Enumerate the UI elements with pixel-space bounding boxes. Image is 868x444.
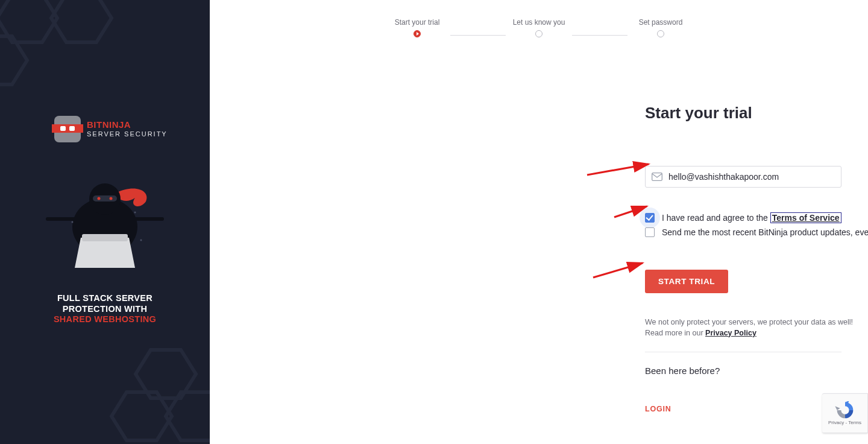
brand-name: BITNINJA — [87, 120, 168, 130]
mail-icon — [652, 173, 662, 181]
ninja-illustration — [39, 180, 171, 279]
svg-point-13 — [134, 212, 136, 214]
tos-checkbox-row[interactable]: I have read and agree to the Terms of Se… — [645, 213, 868, 223]
tagline-line1: FULL STACK SERVER — [57, 293, 153, 303]
step-start-trial[interactable]: Start your trial — [384, 18, 450, 37]
svg-point-10 — [98, 197, 101, 200]
svg-line-16 — [587, 164, 649, 175]
svg-point-15 — [140, 239, 142, 241]
fineprint-line1: We not only protect your servers, we pro… — [645, 317, 868, 328]
brand-subtitle: SERVER SECURITY — [87, 131, 168, 138]
step-label: Set password — [639, 18, 683, 27]
svg-point-11 — [110, 197, 113, 200]
recaptcha-icon — [835, 401, 855, 419]
been-here-text: Been here before? — [645, 366, 868, 376]
step-connector — [450, 35, 506, 36]
recaptcha-caption[interactable]: Privacy - Terms — [828, 420, 861, 426]
step-connector — [572, 35, 627, 36]
tagline-line2: PROTECTION WITH — [63, 304, 148, 314]
step-set-password[interactable]: Set password — [627, 18, 694, 37]
main-content: Start your trial Let us know you Set pas… — [210, 0, 868, 444]
privacy-policy-link[interactable]: Privacy Policy — [705, 329, 756, 337]
svg-line-18 — [593, 263, 643, 278]
form-heading: Start your trial — [645, 104, 868, 122]
fineprint-line2-prefix: Read more in our — [645, 329, 705, 337]
svg-marker-3 — [136, 350, 196, 398]
recaptcha-badge[interactable]: Privacy - Terms — [822, 393, 868, 433]
svg-marker-0 — [0, 0, 57, 42]
ninja-mark-icon — [54, 116, 81, 142]
svg-point-14 — [72, 221, 74, 223]
tagline: FULL STACK SERVER PROTECTION WITH SHARED… — [27, 293, 183, 325]
tos-label: I have read and agree to the Terms of Se… — [662, 213, 841, 223]
tos-checkbox[interactable] — [645, 213, 655, 223]
svg-marker-5 — [166, 392, 210, 440]
svg-rect-19 — [652, 173, 662, 181]
step-dot-icon — [535, 30, 542, 37]
fineprint: We not only protect your servers, we pro… — [645, 317, 868, 338]
svg-marker-1 — [51, 0, 112, 42]
divider — [645, 352, 841, 352]
step-label: Let us know you — [513, 18, 565, 27]
svg-marker-4 — [112, 392, 172, 440]
email-input[interactable] — [668, 172, 835, 182]
svg-rect-12 — [82, 234, 128, 241]
sidebar: BITNINJA SERVER SECURITY — [0, 0, 210, 444]
tos-link[interactable]: Terms of Service — [770, 212, 841, 223]
svg-rect-9 — [93, 195, 117, 201]
step-let-us-know-you[interactable]: Let us know you — [506, 18, 572, 37]
tagline-line3: SHARED WEBHOSTING — [54, 314, 156, 324]
svg-marker-20 — [835, 406, 840, 410]
email-field-wrap[interactable] — [645, 166, 841, 188]
annotation-arrow — [590, 257, 649, 281]
newsletter-label: Send me the most recent BitNinja product… — [662, 227, 868, 237]
step-dot-icon — [657, 30, 664, 37]
tos-prefix-text: I have read and agree to the — [662, 213, 770, 223]
step-label: Start your trial — [395, 18, 440, 27]
brand-logo: BITNINJA SERVER SECURITY — [54, 116, 168, 142]
signup-form: Start your trial I have read and agree t… — [645, 104, 868, 414]
login-link[interactable]: LOGIN — [645, 405, 671, 413]
svg-marker-2 — [0, 36, 27, 84]
newsletter-checkbox[interactable] — [645, 227, 655, 237]
step-dot-icon — [414, 30, 421, 37]
newsletter-checkbox-row[interactable]: Send me the most recent BitNinja product… — [645, 227, 868, 237]
progress-stepper: Start your trial Let us know you Set pas… — [384, 18, 694, 37]
start-trial-button[interactable]: START TRIAL — [645, 270, 728, 293]
